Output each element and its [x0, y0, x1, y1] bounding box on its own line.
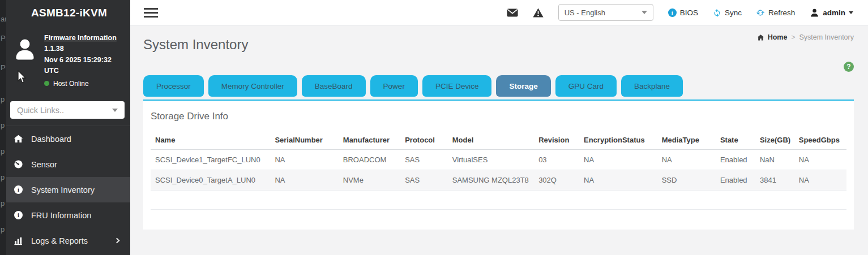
cell-manufacturer: NVMe [339, 170, 400, 191]
clipped-text: p [1, 225, 6, 234]
cell-serial: NA [270, 150, 338, 170]
panel-title: Storage Drive Info [151, 109, 846, 130]
bar-chart-icon [14, 236, 23, 245]
tab-baseboard[interactable]: BaseBoard [302, 75, 366, 97]
tab-power[interactable]: Power [370, 75, 418, 97]
alert-icon[interactable] [533, 8, 544, 18]
home-icon [14, 134, 23, 144]
host-status-dot [44, 81, 49, 86]
column-header: Protocol [400, 130, 448, 150]
cell-state: Enabled [716, 150, 755, 170]
column-header: SerialNumber [270, 130, 338, 150]
quick-links-placeholder: Quick Links.. [17, 106, 64, 115]
user-icon [810, 8, 819, 18]
sync-icon [713, 8, 721, 17]
home-icon [757, 34, 764, 41]
help-icon[interactable] [844, 62, 854, 72]
clipped-text: p [1, 95, 6, 103]
clipped-text: p [1, 199, 6, 208]
refresh-button[interactable]: Refresh [756, 8, 795, 17]
sidebar-item-label: Dashboard [31, 135, 71, 144]
user-name: admin [823, 8, 845, 17]
table-row[interactable]: SCSI_Device0_TargetA_LUN0 NA NVMe SAS SA… [151, 170, 846, 191]
sidebar-item-fru-information[interactable]: FRU Information [0, 202, 130, 228]
firmware-build-date: Nov 6 2025 15:29:32 UTC [44, 55, 126, 77]
column-header: EncryptionStatus [579, 130, 657, 150]
tab-backplane[interactable]: Backplane [621, 75, 683, 97]
sidebar-item-sensor[interactable]: Sensor [0, 152, 130, 177]
host-status-label: Host Online [53, 79, 89, 89]
cell-size: NaN [755, 150, 794, 170]
cell-name: SCSI_Device0_TargetA_LUN0 [151, 170, 270, 191]
bios-button[interactable]: BIOS [668, 8, 698, 17]
sidebar-item-system-inventory[interactable]: System Inventory [0, 177, 130, 202]
bios-label: BIOS [680, 8, 698, 17]
sidebar: ASMB12-iKVM Firmware Information 1.1.38 … [0, 0, 130, 255]
sidebar-item-label: System Inventory [31, 185, 95, 195]
column-header: Revision [534, 130, 579, 150]
cell-size: 3841 [755, 170, 794, 191]
column-header: Size(GB) [755, 130, 794, 150]
column-header: State [716, 130, 755, 150]
cell-model: VirtualSES [448, 150, 534, 170]
sidebar-menu: Dashboard Sensor System Inventory FRU In… [0, 126, 130, 255]
cell-encryption: NA [579, 150, 657, 170]
gauge-icon [14, 159, 23, 169]
sidebar-item-label: FRU Information [31, 211, 91, 220]
hamburger-menu-button[interactable] [144, 6, 158, 20]
firmware-version: 1.1.38 [44, 44, 126, 54]
tab-memory-controller[interactable]: Memory Controller [208, 75, 297, 97]
language-select[interactable]: US - English [558, 4, 653, 21]
clipped-text: PU [1, 63, 6, 72]
topbar: US - English BIOS Sync Refresh [130, 0, 868, 25]
breadcrumb-home[interactable]: Home [757, 33, 788, 41]
info-icon [14, 210, 23, 220]
chevron-down-icon [642, 11, 647, 14]
cell-name: SCSI_Device1_TargetFC_LUN0 [151, 150, 270, 170]
info-circle-icon [668, 8, 677, 17]
breadcrumb-separator: > [791, 33, 795, 41]
info-icon [14, 185, 23, 195]
cell-manufacturer: BROADCOM [339, 150, 400, 170]
tab-gpu-card[interactable]: GPU Card [555, 75, 617, 97]
brand-title: ASMB12-iKVM [0, 0, 130, 25]
cell-mediatype: SSD [657, 170, 716, 191]
firmware-information-link[interactable]: Firmware Information [44, 33, 126, 44]
sidebar-item-label: Sensor [31, 160, 57, 169]
column-header: MediaType [657, 130, 716, 150]
storage-drive-table: Name SerialNumber Manufacturer Protocol … [151, 130, 846, 210]
cell-serial: NA [270, 170, 338, 191]
column-header: Name [151, 130, 270, 150]
firmware-block: Firmware Information 1.1.38 Nov 6 2025 1… [0, 25, 130, 92]
refresh-label: Refresh [768, 8, 795, 17]
left-edge-strip: ar PL PU p p p p p p [0, 0, 6, 255]
quick-links-select[interactable]: Quick Links.. [10, 101, 125, 119]
sidebar-item-dashboard[interactable]: Dashboard [0, 126, 130, 152]
user-menu[interactable]: admin [810, 8, 853, 18]
mail-icon[interactable] [507, 8, 518, 17]
table-header-row: Name SerialNumber Manufacturer Protocol … [151, 130, 846, 150]
main-content: Home > System Inventory System Inventory… [130, 25, 868, 255]
chevron-right-icon [114, 238, 120, 244]
tab-storage[interactable]: Storage [496, 75, 550, 97]
table-empty-row [151, 191, 846, 210]
tab-processor[interactable]: Processor [143, 75, 204, 97]
tab-pcie-device[interactable]: PCIE Device [422, 75, 492, 97]
sync-button[interactable]: Sync [713, 8, 742, 17]
sync-label: Sync [725, 8, 742, 17]
table-row[interactable]: SCSI_Device1_TargetFC_LUN0 NA BROADCOM S… [151, 150, 846, 170]
breadcrumb-current: System Inventory [799, 33, 854, 41]
column-header: Manufacturer [339, 130, 400, 150]
cell-state: Enabled [716, 170, 755, 191]
clipped-text: p [1, 147, 6, 155]
chevron-down-icon [849, 11, 853, 14]
language-select-value: US - English [565, 8, 605, 17]
sidebar-item-logs-reports[interactable]: Logs & Reports [0, 228, 130, 253]
cell-protocol: SAS [400, 170, 448, 191]
avatar [12, 36, 37, 61]
clipped-text: p [1, 121, 6, 129]
cell-encryption: NA [579, 170, 657, 191]
column-header: SpeedGbps [794, 130, 846, 150]
storage-panel: Storage Drive Info Name SerialNumber Man… [143, 100, 854, 230]
cell-speed: NA [794, 170, 846, 191]
